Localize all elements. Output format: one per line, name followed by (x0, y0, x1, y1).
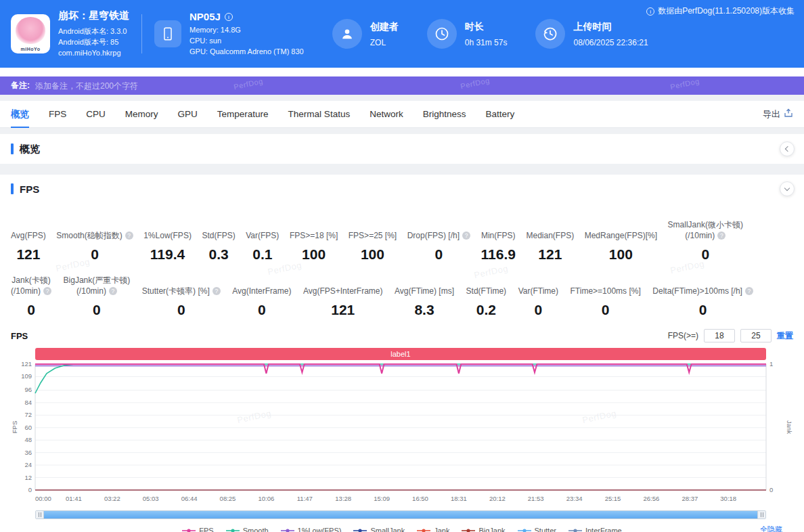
tab-Thermal Status[interactable]: Thermal Status (288, 101, 351, 128)
legend-item-SmallJank[interactable]: SmallJank (353, 527, 405, 532)
svg-text:109: 109 (21, 372, 32, 380)
metric-value: 0 (232, 302, 291, 318)
legend-marker-icon (281, 528, 294, 532)
app-info: miHoYo 崩坏：星穹铁道 Android版本名: 3.3.0 Android… (11, 9, 129, 58)
metric-label: MedRange(FPS)[%] (585, 219, 657, 241)
tab-CPU[interactable]: CPU (86, 101, 106, 128)
tab-list: 概览FPSCPUMemoryGPUTemperatureThermal Stat… (11, 101, 534, 128)
metric-r1-0: Avg(FPS)121 (11, 219, 46, 263)
legend-label: SmallJank (370, 527, 405, 532)
tab-Memory[interactable]: Memory (125, 101, 158, 128)
app-version-code: Android版本号: 85 (58, 37, 129, 47)
metric-value: 119.4 (143, 246, 192, 263)
svg-text:20:12: 20:12 (489, 495, 506, 502)
remark-input[interactable] (35, 81, 326, 91)
legend-label: InterFrame (585, 527, 622, 532)
scrollbar-track[interactable] (44, 511, 757, 518)
spacer (0, 164, 804, 175)
metric-label: BigJank(严重卡顿)(/10min)? (64, 275, 131, 296)
series-Smooth (35, 364, 766, 393)
fps-threshold-label: FPS(>=) (668, 331, 698, 340)
svg-text:16:50: 16:50 (412, 495, 428, 502)
metric-value: 100 (349, 246, 397, 263)
device-cpu: CPU: sun (189, 35, 304, 46)
legend-item-Jank[interactable]: Jank (417, 527, 449, 532)
legend-item-1%Low(FPS)[interactable]: 1%Low(FPS) (281, 527, 342, 532)
svg-text:48: 48 (24, 436, 32, 443)
metric-info-icon[interactable]: ? (213, 287, 221, 295)
hide-all-link[interactable]: 全隐藏 (760, 525, 782, 532)
fps-collapse-button[interactable] (780, 181, 795, 196)
tab-Temperature[interactable]: Temperature (217, 101, 269, 128)
metric-info-icon[interactable]: ? (745, 287, 753, 295)
metric-r2-9: Delta(FTime)>100ms [/h]?0 (652, 275, 753, 318)
metric-value: 0 (11, 302, 51, 318)
metric-label: FPS>=18 [%] (290, 219, 338, 241)
svg-text:01:41: 01:41 (66, 495, 82, 502)
tab-Network[interactable]: Network (370, 101, 403, 128)
export-label: 导出 (763, 108, 780, 120)
metric-r2-6: Std(FTime)0.2 (466, 275, 507, 318)
svg-text:13:28: 13:28 (335, 495, 351, 502)
metric-r2-2: Stutter(卡顿率) [%]?0 (142, 275, 221, 318)
metric-label: Avg(FPS) (11, 219, 46, 241)
svg-text:08:25: 08:25 (220, 495, 236, 502)
metric-label: SmallJank(微小卡顿)(/10min)? (668, 219, 743, 241)
metric-value: 0 (518, 302, 558, 318)
metric-r2-8: FTime>=100ms [%]0 (571, 275, 641, 318)
device-info: NP05J i Memory: 14.8G CPU: sun GPU: Qual… (154, 11, 304, 57)
svg-text:26:56: 26:56 (644, 495, 660, 502)
legend-label: Jank (434, 527, 449, 532)
section-accent (11, 183, 14, 194)
device-info-icon[interactable]: i (225, 13, 233, 21)
tab-Battery[interactable]: Battery (485, 101, 514, 128)
legend-item-InterFrame[interactable]: InterFrame (568, 527, 622, 532)
legend-item-Stutter[interactable]: Stutter (518, 527, 556, 532)
grip-icon (761, 512, 763, 517)
chevron-down-icon (784, 185, 790, 190)
metric-r1-8: Min(FPS)116.9 (481, 219, 516, 263)
tab-FPS[interactable]: FPS (49, 101, 66, 128)
collect-note: i 数据由PerfDog(11.1.250208)版本收集 (646, 5, 795, 17)
metric-r1-9: Median(FPS)121 (526, 219, 574, 263)
metric-value: 116.9 (481, 246, 516, 263)
svg-text:21:53: 21:53 (528, 495, 544, 502)
export-button[interactable]: 导出 (763, 108, 793, 120)
tab-Brightness[interactable]: Brightness (423, 101, 466, 128)
metric-label: Stutter(卡顿率) [%]? (142, 275, 221, 296)
scrollbar-right-handle[interactable] (757, 511, 765, 518)
metric-info-icon[interactable]: ? (109, 287, 117, 295)
legend-item-FPS[interactable]: FPS (182, 527, 213, 532)
metric-info-icon[interactable]: ? (43, 287, 51, 295)
overview-collapse-button[interactable] (780, 141, 795, 156)
fps-metrics-row1: Avg(FPS)121Smooth(稳帧指数)?01%Low(FPS)119.4… (0, 219, 804, 263)
metric-value: 0 (56, 246, 133, 263)
metric-label: Median(FPS) (526, 219, 574, 241)
fps-threshold-input-1[interactable] (704, 329, 735, 342)
watermark: PerfDog (460, 76, 490, 90)
legend-item-Smooth[interactable]: Smooth (226, 527, 269, 532)
metric-r2-0: Jank(卡顿)(/10min)?0 (11, 275, 51, 318)
metric-r1-2: 1%Low(FPS)119.4 (143, 219, 192, 263)
metric-info-icon[interactable]: ? (717, 231, 725, 240)
reset-link[interactable]: 重置 (777, 330, 793, 342)
metric-info-icon[interactable]: ? (125, 231, 133, 240)
legend-item-BigJank[interactable]: BigJank (462, 527, 505, 532)
fps-threshold-input-2[interactable] (740, 329, 772, 342)
scrollbar-left-handle[interactable] (36, 511, 44, 518)
svg-text:15:09: 15:09 (374, 495, 390, 502)
tab-概览[interactable]: 概览 (11, 101, 29, 128)
svg-text:23:34: 23:34 (566, 495, 583, 502)
upload-time-label: 上传时间 (573, 21, 648, 33)
metric-label: Smooth(稳帧指数)? (56, 219, 133, 241)
fps-section-title: FPS (20, 183, 39, 195)
metric-r1-10: MedRange(FPS)[%]100 (585, 219, 657, 263)
tab-GPU[interactable]: GPU (178, 101, 198, 128)
chart-scrollbar[interactable] (35, 510, 766, 519)
legend-label: Stutter (535, 527, 556, 532)
metric-label: Var(FPS) (246, 219, 279, 241)
metric-value: 0 (668, 246, 743, 263)
metric-r2-7: Var(FTime)0 (518, 275, 558, 318)
app-avatar-art (16, 17, 45, 44)
metric-info-icon[interactable]: ? (462, 231, 470, 240)
